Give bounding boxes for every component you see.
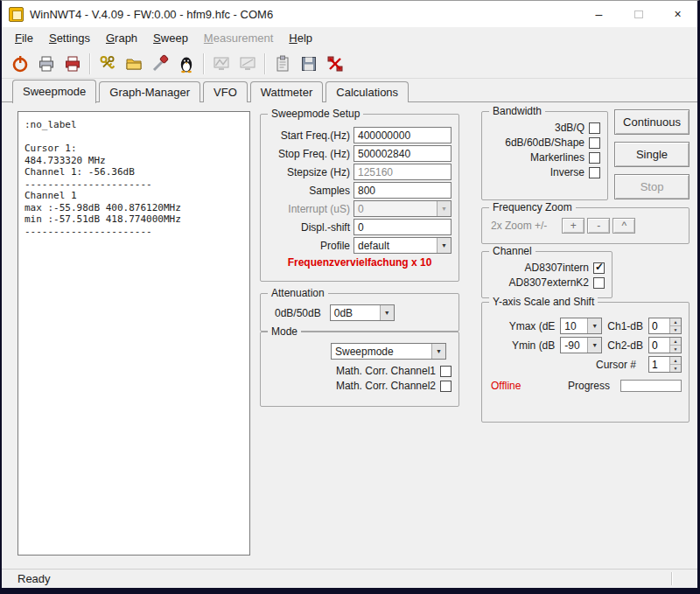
stepsize-label: Stepsize (Hz) bbox=[287, 166, 350, 178]
attenuation-dropdown[interactable]: 0dB ▼ bbox=[330, 304, 395, 321]
zoom-label: 2x Zoom +/- bbox=[491, 220, 547, 232]
interrupt-value: 0 bbox=[354, 203, 437, 215]
tab-strip: Sweepmode Graph-Manager VFO Wattmeter Ca… bbox=[2, 79, 697, 102]
menu-sweep[interactable]: Sweep bbox=[145, 29, 196, 47]
menu-file[interactable]: File bbox=[7, 29, 41, 47]
ch1-db-value: 0 bbox=[649, 318, 669, 333]
group-title: Sweepmode Setup bbox=[268, 108, 363, 120]
tab-wattmeter[interactable]: Wattmeter bbox=[250, 81, 323, 102]
status-text: Ready bbox=[18, 572, 51, 585]
toolbar-linux-button[interactable] bbox=[173, 52, 200, 76]
spin-up-icon[interactable]: ▲ bbox=[670, 318, 681, 325]
ch2-db-label: Ch2-dB bbox=[607, 339, 643, 352]
bw-6db-checkbox[interactable] bbox=[589, 137, 600, 149]
bw-3db-label: 3dB/Q bbox=[555, 122, 584, 134]
inverse-label: Inverse bbox=[550, 166, 584, 178]
close-button[interactable]: × bbox=[658, 1, 697, 27]
penguin-icon bbox=[177, 54, 196, 73]
chevron-down-icon: ▼ bbox=[587, 338, 601, 353]
group-title: Y-axis Scale and Shift bbox=[489, 296, 598, 308]
bw-3db-checkbox[interactable] bbox=[589, 122, 600, 134]
tab-graph-manager[interactable]: Graph-Manager bbox=[99, 81, 200, 102]
mode-dropdown[interactable]: Sweepmode ▼ bbox=[331, 343, 446, 360]
toolbar-separator bbox=[89, 53, 91, 74]
math-corr-ch1-checkbox[interactable] bbox=[440, 366, 452, 377]
tab-calculations[interactable]: Calculations bbox=[326, 81, 409, 102]
samples-input[interactable]: 800 bbox=[354, 182, 452, 199]
math-corr-ch2-checkbox[interactable] bbox=[440, 381, 452, 392]
sweepmode-setup-group: Sweepmode Setup Start Freq.(Hz) 40000000… bbox=[260, 114, 459, 282]
zoom-reset-button[interactable]: ^ bbox=[612, 218, 635, 234]
toolbar-open-button[interactable] bbox=[121, 52, 147, 76]
toolbar-print-button[interactable] bbox=[33, 52, 60, 76]
printer-red-icon bbox=[63, 54, 82, 73]
maximize-button[interactable] bbox=[619, 1, 658, 27]
profile-value: default bbox=[354, 240, 437, 252]
display-edit-icon bbox=[238, 54, 257, 73]
progress-label: Progress bbox=[568, 380, 610, 392]
toolbar-display-sweep-button bbox=[208, 52, 234, 76]
ch2-db-spinner[interactable]: 0 ▲▼ bbox=[648, 337, 682, 353]
continuous-button[interactable]: Continuous bbox=[614, 109, 690, 135]
spin-up-icon[interactable]: ▲ bbox=[670, 357, 681, 364]
math-corr-ch1-label: Math. Corr. Channel1 bbox=[336, 365, 436, 377]
stop-button: Stop bbox=[614, 174, 690, 199]
stop-freq-input[interactable]: 500002840 bbox=[354, 145, 452, 162]
ymax-value: 10 bbox=[561, 320, 587, 332]
toolbar-separator bbox=[203, 53, 205, 74]
ymax-label: Ymax (dE bbox=[509, 320, 556, 332]
inverse-checkbox[interactable] bbox=[589, 167, 600, 178]
sweepmode-page: :no_label Cursor 1: 484.733320 MHz Chann… bbox=[2, 102, 697, 569]
ad8307-extern-label: AD8307externK2 bbox=[509, 276, 589, 289]
menu-settings[interactable]: Settings bbox=[41, 29, 98, 47]
cursor-number-value: 1 bbox=[649, 357, 669, 372]
minimize-button[interactable]: – bbox=[579, 1, 619, 27]
displ-shift-input[interactable]: 0 bbox=[354, 219, 452, 235]
spin-down-icon[interactable]: ▼ bbox=[670, 325, 681, 333]
clipboard-icon bbox=[273, 54, 292, 73]
spin-down-icon[interactable]: ▼ bbox=[670, 345, 681, 353]
menu-graph[interactable]: Graph bbox=[98, 29, 145, 47]
menu-help[interactable]: Help bbox=[281, 29, 320, 47]
display-sweep-icon bbox=[212, 54, 231, 73]
ad8307-intern-checkbox[interactable] bbox=[593, 262, 605, 274]
toolbar-save-button[interactable] bbox=[296, 52, 322, 76]
tab-sweepmode[interactable]: Sweepmode bbox=[12, 80, 96, 103]
save-icon bbox=[299, 54, 318, 73]
mode-group: Mode Sweepmode ▼ Math. Corr. Channel1 Ma… bbox=[260, 332, 459, 407]
attenuation-label: 0dB/50dB bbox=[275, 307, 321, 319]
toolbar-print-red-button[interactable] bbox=[60, 52, 86, 76]
chevron-down-icon: ▼ bbox=[437, 238, 451, 253]
ymin-dropdown[interactable]: -90 ▼ bbox=[560, 337, 602, 353]
start-freq-label: Start Freq.(Hz) bbox=[281, 129, 350, 142]
printer-icon bbox=[37, 54, 56, 73]
tab-vfo[interactable]: VFO bbox=[203, 81, 248, 102]
markerlines-label: Markerlines bbox=[530, 151, 584, 164]
toolbar-calibrate-button[interactable] bbox=[94, 52, 121, 76]
profile-dropdown[interactable]: default ▼ bbox=[354, 237, 452, 254]
start-freq-input[interactable]: 400000000 bbox=[354, 127, 452, 143]
single-button[interactable]: Single bbox=[614, 142, 690, 167]
spin-down-icon[interactable]: ▼ bbox=[670, 364, 681, 372]
spin-up-icon[interactable]: ▲ bbox=[670, 338, 681, 345]
ch2-db-value: 0 bbox=[649, 338, 669, 353]
cursor-number-spinner[interactable]: 1 ▲▼ bbox=[648, 356, 682, 373]
toolbar-power-button[interactable] bbox=[7, 52, 33, 76]
toolbar-tools-button[interactable] bbox=[147, 52, 173, 76]
chevron-down-icon: ▼ bbox=[437, 201, 451, 216]
menu-bar: File Settings Graph Sweep Measurement He… bbox=[2, 27, 697, 49]
stop-freq-label: Stop Freq. (Hz) bbox=[278, 148, 350, 160]
group-title: Frequency Zoom bbox=[489, 201, 576, 213]
toolbar-disconnect-button[interactable] bbox=[322, 52, 348, 76]
screwdriver-icon bbox=[150, 54, 170, 73]
group-title: Attenuation bbox=[268, 287, 328, 299]
chevron-down-icon: ▼ bbox=[587, 318, 601, 333]
markerlines-checkbox[interactable] bbox=[589, 152, 600, 164]
zoom-in-button[interactable]: + bbox=[562, 218, 584, 234]
toolbar-clipboard-button[interactable] bbox=[270, 52, 296, 76]
ymax-dropdown[interactable]: 10 ▼ bbox=[560, 318, 602, 334]
ymin-label: Ymin (dB bbox=[512, 339, 555, 352]
ch1-db-spinner[interactable]: 0 ▲▼ bbox=[648, 318, 682, 334]
zoom-out-button[interactable]: - bbox=[587, 218, 610, 234]
ad8307-extern-checkbox[interactable] bbox=[593, 277, 605, 289]
